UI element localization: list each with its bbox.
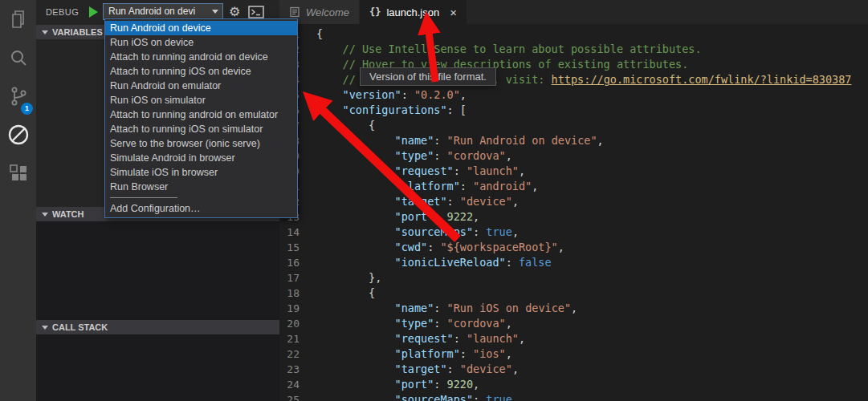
code-line[interactable]: 20 "type": "cordova", [279, 316, 868, 331]
code-line[interactable]: 21 "request": "launch", [279, 331, 868, 346]
line-number: 14 [279, 225, 316, 240]
line-number: 22 [279, 346, 316, 362]
dropdown-separator [110, 197, 177, 198]
config-dropdown: Run Android on deviceRun iOS on deviceAt… [104, 18, 298, 218]
configure-gear-icon[interactable]: ⚙ [229, 4, 240, 20]
dropdown-item[interactable]: Run Browser [105, 180, 297, 194]
start-debug-button[interactable] [89, 6, 98, 18]
dropdown-item[interactable]: Run Android on device [105, 21, 297, 35]
extensions-icon[interactable] [0, 154, 36, 192]
dropdown-item[interactable]: Serve to the browser (ionic serve) [105, 136, 297, 151]
editor-group: Welcome {} launch.json × 1{2 // Use Inte… [279, 0, 868, 401]
dropdown-item[interactable]: Attach to running iOS on device [105, 64, 297, 79]
code-line[interactable]: 19 "name": "Run iOS on device", [279, 301, 868, 316]
line-number: 24 [279, 377, 316, 392]
tab-bar: Welcome {} launch.json × [279, 0, 868, 24]
console-panel-icon [248, 6, 264, 18]
code-line[interactable]: 9 "type": "cordova", [279, 148, 868, 164]
debug-config-select-value: Run Android on devi [108, 6, 195, 17]
code-line[interactable]: 8 "name": "Run Android on device", [279, 133, 868, 148]
section-expand-icon [42, 326, 48, 330]
code-line[interactable]: 16 "ionicLiveReload": false [279, 255, 868, 270]
files-icon [9, 9, 28, 30]
json-braces-icon: {} [369, 6, 381, 18]
line-number: 21 [279, 331, 316, 346]
section-expand-icon [42, 213, 48, 217]
dropdown-item[interactable]: Run iOS on simulator [105, 93, 297, 107]
line-number: 20 [279, 316, 316, 331]
code-line[interactable]: 24 "port": 9220, [279, 377, 868, 392]
vscode-window: 1 DEBUG Run Android on devi ⚙ [0, 0, 868, 401]
dropdown-item[interactable]: Simulate Android in browser [105, 151, 297, 165]
code-line[interactable]: 2 // Use IntelliSense to learn about pos… [279, 42, 868, 57]
code-line[interactable]: 22 "platform": "ios", [279, 346, 868, 362]
dropdown-item[interactable]: Simulate iOS in browser [105, 165, 297, 180]
callstack-section-content [36, 334, 279, 401]
line-number: 16 [279, 255, 316, 270]
line-number: 18 [279, 286, 316, 301]
tab-label: Welcome [306, 6, 349, 18]
hover-tooltip: Version of this file format. [360, 67, 496, 86]
scm-badge: 1 [21, 103, 33, 115]
code-line[interactable]: 12 "target": "device", [279, 194, 868, 209]
config-dropdown-list: Run Android on deviceRun iOS on deviceAt… [105, 21, 297, 194]
watch-section-content [36, 221, 279, 320]
dropdown-item[interactable]: Attach to running android on device [105, 50, 297, 64]
line-number: 17 [279, 270, 316, 286]
code-line[interactable]: 14 "sourceMaps": true, [279, 225, 868, 240]
code-line[interactable]: 15 "cwd": "${workspaceRoot}", [279, 240, 868, 255]
callstack-section-header[interactable]: CALL STACK [36, 320, 279, 334]
source-control-icon[interactable]: 1 [0, 77, 36, 115]
chevron-down-icon [212, 10, 218, 14]
code-line[interactable]: 25 "sourceMaps": true, [279, 392, 868, 401]
tab-launch-json[interactable]: {} launch.json × [360, 0, 467, 24]
code-line[interactable]: 6 "configurations": [ [279, 103, 868, 118]
code-line[interactable]: 18 { [279, 286, 868, 301]
code-line[interactable]: 5 "version": "0.2.0", [279, 87, 868, 103]
close-icon[interactable]: × [450, 6, 457, 18]
debug-panel-title: DEBUG [46, 7, 79, 17]
welcome-tab-icon [289, 6, 300, 18]
extensions-blocks-icon [9, 164, 28, 183]
line-number: 19 [279, 301, 316, 316]
section-label: WATCH [52, 209, 84, 219]
debug-icon[interactable] [0, 115, 36, 154]
code-line[interactable]: 23 "target": "device", [279, 362, 868, 377]
dropdown-item[interactable]: Run iOS on device [105, 35, 297, 50]
code-line[interactable]: 7 { [279, 118, 868, 133]
dropdown-item[interactable]: Attach to running android on emulator [105, 107, 297, 122]
section-label: VARIABLES [52, 27, 103, 37]
line-number: 15 [279, 240, 316, 255]
line-number: 25 [279, 392, 316, 401]
dropdown-item-add-configuration[interactable]: Add Configuration… [105, 201, 297, 216]
debug-config-select[interactable]: Run Android on devi [103, 3, 223, 20]
magnifier-icon [9, 48, 28, 67]
line-number: 23 [279, 362, 316, 377]
code-line[interactable]: 17 }, [279, 270, 868, 286]
section-label: CALL STACK [52, 322, 108, 332]
activity-bar: 1 [0, 0, 36, 401]
code-line[interactable]: 11 "platform": "android", [279, 179, 868, 194]
code-line[interactable]: 1{ [279, 26, 868, 42]
tab-label: launch.json [386, 6, 439, 18]
code-line[interactable]: 13 "port": 9222, [279, 209, 868, 225]
explorer-icon[interactable] [0, 0, 36, 38]
section-expand-icon [42, 30, 48, 34]
debug-circle-slash-icon [7, 124, 30, 146]
code-line[interactable]: 10 "request": "launch", [279, 164, 868, 179]
search-icon[interactable] [0, 38, 36, 77]
dropdown-item[interactable]: Run Android on emulator [105, 79, 297, 93]
dropdown-item[interactable]: Attach to running iOS on simulator [105, 122, 297, 136]
